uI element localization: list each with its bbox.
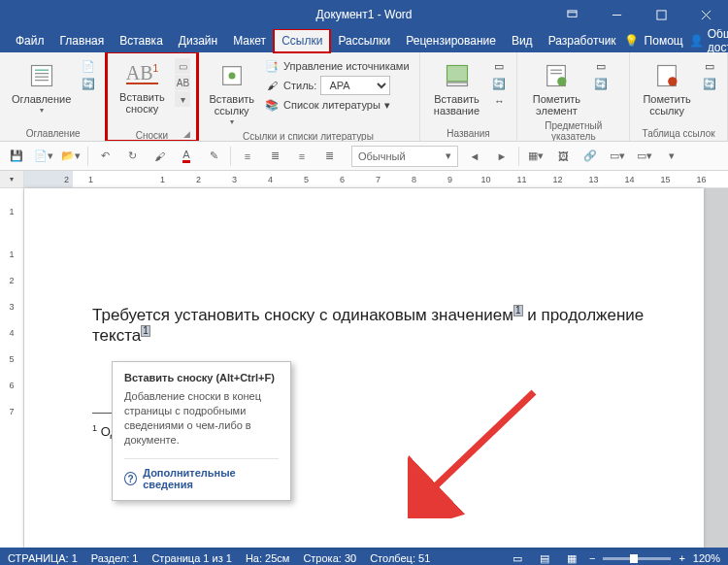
web-layout-icon[interactable]: ▦: [562, 550, 581, 565]
save-icon[interactable]: 💾: [6, 146, 27, 167]
group-captions-label: Названия: [426, 126, 512, 139]
quick-access-toolbar: 💾 📄▾ 📂▾ ↶ ↻ 🖌 A ✎ ≡ ≣ ≡ ≣ Обычный▾ ◄ ► ▦…: [0, 142, 728, 171]
zoom-slider[interactable]: [603, 557, 671, 560]
tab-home[interactable]: Главная: [52, 29, 113, 52]
update-toa-button[interactable]: 🔄: [702, 76, 717, 91]
align-left-icon[interactable]: ≡: [237, 146, 258, 167]
footnotes-dialog-launcher[interactable]: ◢: [111, 129, 192, 139]
tell-me-label[interactable]: Помощ: [645, 34, 683, 48]
read-mode-icon[interactable]: ▭: [508, 550, 527, 565]
update-toc-button[interactable]: 🔄: [81, 76, 96, 91]
citation-style-row: 🖌 Стиль: APA: [264, 76, 409, 95]
insert-citation-button[interactable]: Вставить ссылку ▾: [203, 56, 260, 129]
zoom-value[interactable]: 120%: [693, 552, 720, 564]
group-authorities: Пометить ссылку ▭ 🔄 Таблица ссылок: [630, 52, 728, 141]
update-index-button[interactable]: 🔄: [593, 76, 609, 91]
footer-icon[interactable]: ▭▾: [634, 146, 655, 167]
group-index: Пометить элемент ▭ 🔄 Предметный указател…: [517, 52, 630, 141]
mark-entry-button[interactable]: Пометить элемент: [523, 56, 589, 118]
tooltip-more-link[interactable]: ? Дополнительные сведения: [124, 458, 279, 490]
format-painter-icon[interactable]: 🖌: [149, 146, 170, 167]
body-text[interactable]: Требуется установить сноску с одинаковым…: [92, 305, 665, 345]
svg-point-20: [668, 77, 677, 85]
cross-reference-button[interactable]: ↔: [491, 93, 507, 109]
picture-icon[interactable]: 🖼: [552, 146, 574, 167]
status-bar: СТРАНИЦА: 1 Раздел: 1 Страница 1 из 1 На…: [0, 548, 728, 565]
insert-toa-button[interactable]: ▭: [702, 58, 717, 74]
tab-layout[interactable]: Макет: [225, 29, 274, 52]
document-area: 11234567 Требуется установить сноску с о…: [0, 188, 728, 548]
font-color-icon[interactable]: A: [176, 146, 197, 167]
zoom-out-icon[interactable]: −: [589, 552, 595, 564]
tab-insert[interactable]: Вставка: [112, 29, 171, 52]
insert-tof-button[interactable]: ▭: [491, 58, 507, 74]
highlight-icon[interactable]: ✎: [203, 146, 224, 167]
mark-entry-label: Пометить элемент: [529, 93, 583, 116]
open-icon[interactable]: 📂▾: [60, 146, 82, 167]
new-doc-icon[interactable]: 📄▾: [33, 146, 54, 167]
style-combo-value: Обычный: [358, 150, 406, 162]
justify-icon[interactable]: ≣: [318, 146, 340, 167]
ruler-horizontal[interactable]: ▾ 2 112345678910111213141516: [0, 171, 728, 188]
insert-footnote-label: Вставить сноску: [116, 91, 167, 115]
share-icon: 👤: [689, 34, 704, 48]
annotation-arrow: [408, 382, 553, 518]
group-footnotes: AB1 Вставить сноску ▭ AB ▾ Сноски ◢: [107, 52, 197, 141]
manage-sources-button[interactable]: 📑Управление источниками: [264, 58, 409, 74]
tab-view[interactable]: Вид: [504, 29, 541, 52]
insert-caption-button[interactable]: Вставить название: [426, 56, 488, 118]
maximize-icon[interactable]: [639, 0, 683, 29]
share-button[interactable]: 👤 Общий доступ: [689, 27, 728, 54]
header-icon[interactable]: ▭▾: [607, 146, 628, 167]
style-label: Стиль:: [283, 80, 316, 91]
close-icon[interactable]: [683, 0, 728, 29]
tab-mailings[interactable]: Рассылки: [330, 29, 398, 52]
update-tof-button[interactable]: 🔄: [491, 76, 507, 91]
mark-citation-button[interactable]: Пометить ссылку: [636, 56, 698, 118]
tab-design[interactable]: Дизайн: [171, 29, 225, 52]
table-icon[interactable]: ▦▾: [525, 146, 546, 167]
group-index-label: Предметный указатель: [523, 118, 623, 142]
ribbon-options-icon[interactable]: [549, 0, 594, 29]
link-icon[interactable]: 🔗: [579, 146, 601, 167]
insert-endnote-button[interactable]: ▭: [175, 58, 190, 74]
ribbon: Оглавление ▾ 📄 🔄 Оглавление AB1 Вставить…: [0, 52, 728, 142]
bibliography-button[interactable]: 📚Список литературы▾: [264, 97, 409, 113]
next-style-icon[interactable]: ►: [491, 146, 513, 167]
ruler-vertical[interactable]: 11234567: [0, 188, 24, 548]
footnote-reference-1: 1: [513, 305, 523, 316]
tab-file[interactable]: Файл: [8, 29, 52, 52]
more-icon[interactable]: ▾: [661, 146, 682, 167]
ruler-ticks: 112345678910111213141516: [73, 175, 728, 184]
insert-citation-label: Вставить ссылку: [209, 93, 254, 116]
insert-footnote-button[interactable]: AB1 Вставить сноску: [111, 54, 173, 116]
redo-icon[interactable]: ↻: [121, 146, 143, 167]
next-footnote-button[interactable]: AB: [175, 75, 190, 90]
undo-icon[interactable]: ↶: [94, 146, 116, 167]
citation-style-select[interactable]: APA: [320, 76, 390, 95]
svg-point-12: [228, 73, 235, 80]
show-notes-button[interactable]: ▾: [175, 91, 190, 107]
tab-review[interactable]: Рецензирование: [398, 29, 504, 52]
add-text-button[interactable]: 📄: [81, 58, 96, 74]
window-title: Документ1 - Word: [315, 8, 412, 21]
help-icon: ?: [124, 472, 137, 485]
group-toc: Оглавление ▾ 📄 🔄 Оглавление: [0, 52, 107, 141]
tell-me-icon[interactable]: 💡: [624, 34, 639, 48]
tab-developer[interactable]: Разработчик: [541, 29, 624, 52]
prev-style-icon[interactable]: ◄: [464, 146, 485, 167]
zoom-in-icon[interactable]: +: [678, 552, 684, 564]
minimize-icon[interactable]: [594, 0, 639, 29]
tab-references[interactable]: Ссылки: [274, 29, 330, 52]
toc-button[interactable]: Оглавление ▾: [6, 56, 77, 117]
style-combo[interactable]: Обычный▾: [351, 146, 458, 167]
tooltip-title: Вставить сноску (Alt+Ctrl+F): [124, 372, 279, 383]
align-right-icon[interactable]: ≡: [291, 146, 313, 167]
print-layout-icon[interactable]: ▤: [535, 550, 554, 565]
insert-index-button[interactable]: ▭: [593, 58, 609, 74]
group-toc-label: Оглавление: [6, 126, 100, 139]
align-center-icon[interactable]: ≣: [264, 146, 285, 167]
mark-citation-label: Пометить ссылку: [642, 93, 692, 116]
group-citations-label: Ссылки и списки литературы: [203, 129, 413, 142]
group-authorities-label: Таблица ссылок: [636, 126, 721, 139]
